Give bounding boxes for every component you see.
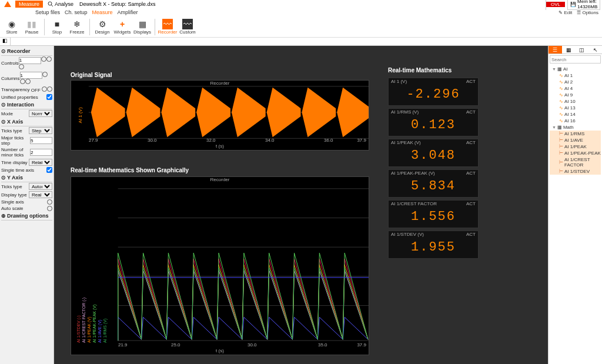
recorder-tab-button[interactable]: 〰Recorder	[158, 19, 177, 35]
edit-button[interactable]: ✎ Edit	[558, 10, 572, 15]
xaxis-section[interactable]: ⊙X Axis	[1, 118, 52, 126]
tree-math-ave[interactable]: ⊢AI 1/AVE	[550, 137, 601, 143]
recorder-label-2: Recorder	[210, 177, 230, 182]
window-title: Dewesoft X - Setup: Sample.dxs	[79, 1, 156, 7]
tree-ai-9[interactable]: ∿AI 9	[550, 92, 601, 98]
chart2-xlabel: t (s)	[216, 348, 224, 353]
yticks-type-select[interactable]: Automatic	[29, 183, 52, 190]
tree-ai-14[interactable]: ∿AI 14	[550, 111, 601, 118]
tree-tab-2[interactable]: ▦	[562, 46, 576, 54]
design-button[interactable]: ⚙Design	[93, 19, 112, 35]
properties-panel: ⊙Recorder Controls Columns TransparencyO…	[0, 46, 54, 364]
widgets-button[interactable]: +Widgets	[113, 19, 132, 35]
chart1-ylabel: AI 1 (V)	[78, 107, 83, 123]
tree-ai-13[interactable]: ∿AI 13	[550, 105, 601, 111]
time-display-select[interactable]: Relative	[29, 159, 52, 166]
title-bar: Measure Analyse Dewesoft X - Setup: Samp…	[0, 0, 602, 8]
chart1-xlabel: t (s)	[216, 143, 224, 149]
tree-search-input[interactable]	[550, 55, 601, 64]
svg-marker-10	[232, 88, 266, 138]
tree-ai-16[interactable]: ∿AI 16	[550, 118, 601, 124]
xticks-type-select[interactable]: Step	[29, 127, 52, 134]
readout-peak[interactable]: AI 1/PEAK (V)ACT 3.048	[388, 139, 479, 167]
svg-marker-13	[337, 88, 369, 138]
readout-rms[interactable]: AI 1/RMS (V)ACT 0.123	[388, 108, 479, 136]
svg-marker-7	[126, 88, 160, 138]
displays-button[interactable]: ▦Displays	[133, 19, 152, 35]
svg-marker-9	[196, 88, 230, 138]
custom-tab-button[interactable]: 〰Custom	[178, 19, 197, 35]
yaxis-section[interactable]: ⊙Y Axis	[1, 173, 52, 182]
tree-math-rms[interactable]: ⊢AI 1/RMS	[550, 131, 601, 137]
tree-math-crest[interactable]: ⊢AI 1/CREST FACTOR	[550, 156, 601, 168]
freeze-button[interactable]: ❄Freeze	[68, 19, 86, 35]
channel-tree-panel: ☰ ▦ ◫ ↖ ▼▦ AI ∿AI 1 ∿AI 2 ∿AI 4 ∿AI 9 ∿A…	[548, 46, 602, 364]
ovl-badge: OVL	[546, 2, 565, 7]
svg-marker-11	[267, 88, 301, 138]
options-button[interactable]: ☰ Options	[577, 10, 598, 15]
tree-tab-4[interactable]: ↖	[588, 46, 602, 54]
svg-marker-12	[302, 88, 336, 138]
svg-marker-8	[161, 88, 195, 138]
tree-ai-10[interactable]: ∿AI 10	[550, 98, 601, 105]
menu-ch-setup[interactable]: Ch. setup	[65, 9, 88, 15]
title-rtmath: Real-time Mathematics	[388, 67, 452, 74]
mode-select[interactable]: Normal	[29, 110, 52, 117]
single-axis-radio[interactable]	[47, 199, 52, 205]
drawing-section[interactable]: ⊕Drawing options	[1, 212, 52, 221]
chart-rtmath[interactable]: Recorder AI 1/STDEV (-) AI 1/CREST FACTO…	[71, 176, 369, 355]
recorder-section[interactable]: ⊙Recorder	[1, 47, 52, 56]
svg-marker-6	[91, 88, 125, 138]
readout-ai1[interactable]: AI 1 (V)ACT -2.296	[388, 78, 479, 106]
display-type-select[interactable]: Real value	[29, 191, 52, 198]
channel-tree[interactable]: ▼▦ AI ∿AI 1 ∿AI 2 ∿AI 4 ∿AI 9 ∿AI 10 ∿AI…	[549, 65, 602, 176]
title-original-signal: Original Signal	[71, 72, 112, 78]
app-logo	[2, 0, 13, 8]
major-ticks-input[interactable]	[30, 137, 52, 144]
ribbon-toolbar: ◉Store ▮▮Pause ■Stop ❄Freeze ⚙Design +Wi…	[0, 16, 602, 38]
tree-ai-1[interactable]: ∿AI 1	[550, 72, 601, 79]
readouts: AI 1 (V)ACT -2.296 AI 1/RMS (V)ACT 0.123…	[388, 78, 479, 261]
title-rtmath-graph: Real-time Mathematics Shown Graphically	[71, 167, 189, 173]
tree-ai-4[interactable]: ∿AI 4	[550, 85, 601, 92]
svg-line-2	[51, 5, 53, 6]
analyse-mode-button[interactable]: Analyse	[48, 1, 73, 8]
menu-setup-files[interactable]: Setup files	[35, 9, 60, 15]
tree-math-pp[interactable]: ⊢AI 1/PEAK-PEAK	[550, 150, 601, 156]
auto-scale-radio[interactable]	[47, 206, 52, 211]
mem-status: 💾Mem left: 14326MB	[567, 0, 600, 10]
controls-input[interactable]	[19, 57, 41, 64]
unified-checkbox[interactable]	[46, 94, 52, 100]
columns-input[interactable]	[20, 72, 42, 79]
recorder-label: Recorder	[210, 81, 230, 86]
readout-peak-peak[interactable]: AI 1/PEAK-PEAK (V)ACT 5.834	[388, 169, 479, 198]
chart-original-signal[interactable]: Recorder AI 1 (V) 27.9 30.0 32.0 34.0 36…	[71, 80, 369, 151]
measure-mode-button[interactable]: Measure	[15, 1, 43, 8]
interaction-section[interactable]: ⊙Interaction	[1, 101, 52, 109]
tree-ai-2[interactable]: ∿AI 2	[550, 79, 601, 85]
sub-menu: Setup files Ch. setup Measure Amplifier …	[0, 8, 602, 16]
single-time-axis-checkbox[interactable]	[46, 167, 52, 173]
tree-math-peak[interactable]: ⊢AI 1/PEAK	[550, 143, 601, 150]
menu-measure[interactable]: Measure	[92, 9, 113, 15]
panel-tabs: ◧	[0, 38, 602, 46]
svg-marker-0	[4, 1, 11, 7]
tree-tab-3[interactable]: ◫	[576, 46, 589, 54]
menu-amplifier[interactable]: Amplifier	[118, 9, 138, 15]
panel-tab-1[interactable]: ◧	[0, 38, 11, 45]
store-button[interactable]: ◉Store	[2, 19, 21, 35]
readout-crest[interactable]: AI 1/CREST FACTORACT 1.556	[388, 200, 479, 228]
pause-button[interactable]: ▮▮Pause	[22, 19, 41, 35]
tree-math-stdev[interactable]: ⊢AI 1/STDEV	[550, 168, 601, 175]
minor-ticks-input[interactable]	[30, 149, 52, 156]
stop-button[interactable]: ■Stop	[48, 19, 66, 35]
readout-stdev[interactable]: AI 1/STDEV (V)ACT 1.955	[388, 231, 479, 259]
canvas-area: Original Signal Recorder AI 1 (V) 27.9 3…	[54, 46, 548, 364]
tree-tab-channels[interactable]: ☰	[549, 46, 562, 54]
